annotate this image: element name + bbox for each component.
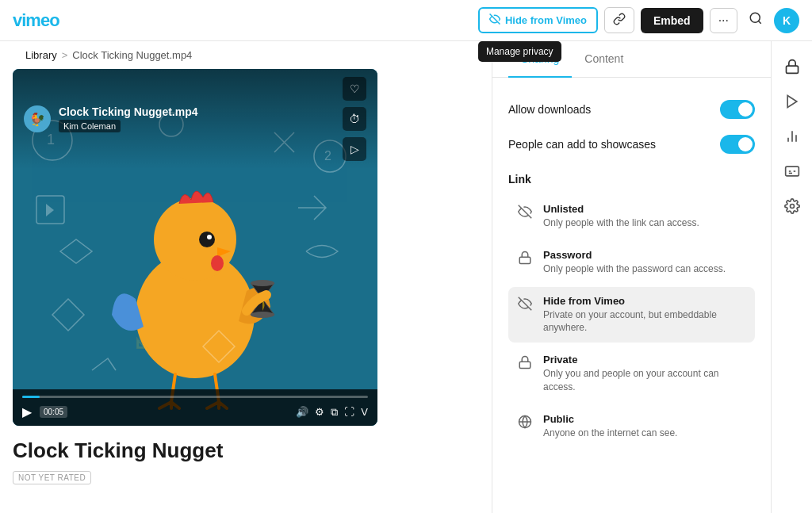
public-text: Public Anyone on the internet can see. xyxy=(543,413,677,440)
main-layout: Library > Clock Ticking Nugget.mp4 1 2 xyxy=(0,41,812,513)
private-icon xyxy=(518,355,534,373)
add-showcases-toggle[interactable] xyxy=(720,135,755,154)
link-option-private[interactable]: Private Only you and people on your acco… xyxy=(508,346,755,402)
manage-privacy-tooltip: Manage privacy xyxy=(478,41,561,62)
add-showcases-row: People can add to showcases xyxy=(508,128,755,160)
progress-bar-bg[interactable] xyxy=(22,396,368,398)
allow-downloads-toggle[interactable] xyxy=(720,100,755,119)
breadcrumb: Library > Clock Ticking Nugget.mp4 xyxy=(13,41,479,69)
video-avatar: 🐓 xyxy=(24,105,51,132)
more-button[interactable]: ··· xyxy=(710,8,737,33)
allow-downloads-label: Allow downloads xyxy=(508,103,591,116)
unlisted-icon xyxy=(518,205,534,222)
svg-marker-8 xyxy=(46,204,54,216)
svg-line-2 xyxy=(758,21,760,23)
search-button[interactable] xyxy=(744,6,768,34)
favorite-button[interactable]: ♡ xyxy=(343,77,366,101)
password-icon xyxy=(518,251,534,268)
left-content: Library > Clock Ticking Nugget.mp4 1 2 xyxy=(0,41,492,513)
allow-downloads-row: Allow downloads xyxy=(508,94,755,125)
play-button[interactable]: ▶ xyxy=(22,404,32,419)
breadcrumb-current: Clock Ticking Nugget.mp4 xyxy=(72,49,192,61)
video-user-name: Kim Coleman xyxy=(59,120,121,132)
top-nav: vimeo Hide from Vimeo Manage privacy Emb… xyxy=(0,0,812,41)
hide-from-vimeo-button[interactable]: Hide from Vimeo xyxy=(478,7,598,33)
svg-rect-21 xyxy=(519,362,530,368)
right-panel: Sharing Content Allow downloads People c… xyxy=(492,41,771,513)
breadcrumb-separator: > xyxy=(62,49,68,61)
embed-button[interactable]: Embed xyxy=(641,8,703,33)
video-player: 1 2 📐 xyxy=(13,69,377,426)
public-icon xyxy=(518,415,534,432)
video-sidebar-icon[interactable] xyxy=(776,86,808,117)
unlisted-text: Unlisted Only people with the link can a… xyxy=(543,203,699,230)
svg-marker-25 xyxy=(787,96,797,108)
hide-vimeo-icon xyxy=(518,297,534,314)
rating-badge: NOT YET RATED xyxy=(13,471,91,484)
hide-vimeo-text: Hide from Vimeo Private on your account,… xyxy=(543,295,745,335)
panel-content: Allow downloads People can add to showca… xyxy=(492,78,771,513)
link-section-title: Link xyxy=(508,173,755,186)
time-badge: 00:05 xyxy=(40,406,67,418)
privacy-sidebar-icon[interactable] xyxy=(776,51,808,82)
svg-rect-29 xyxy=(785,167,799,176)
video-top-icons: ♡ ⏱ ▷ xyxy=(343,77,366,161)
video-controls: ▶ 00:05 🔊 ⚙ ⧉ ⛶ V xyxy=(13,389,377,426)
volume-button[interactable]: 🔊 xyxy=(296,406,308,418)
analytics-sidebar-icon[interactable] xyxy=(776,121,808,152)
link-option-public[interactable]: Public Anyone on the internet can see. xyxy=(508,405,755,448)
controls-right: 🔊 ⚙ ⧉ ⛶ V xyxy=(296,406,368,419)
nav-actions: Hide from Vimeo Manage privacy Embed ···… xyxy=(478,6,799,34)
svg-text:📐: 📐 xyxy=(136,336,150,350)
settings-button[interactable]: ⚙ xyxy=(315,406,324,418)
link-option-password[interactable]: Password Only people with the password c… xyxy=(508,241,755,284)
watchlater-button[interactable]: ⏱ xyxy=(343,107,366,131)
tab-content[interactable]: Content xyxy=(572,41,636,78)
video-main-title: Clock Ticking Nugget xyxy=(13,438,479,463)
progress-bar-fill xyxy=(22,396,40,398)
share-button[interactable]: ▷ xyxy=(343,137,366,161)
nav-left: vimeo xyxy=(13,10,59,31)
link-button[interactable] xyxy=(604,7,634,33)
vimeo-logo: vimeo xyxy=(13,10,59,31)
right-sidebar xyxy=(771,41,812,513)
eye-slash-icon xyxy=(489,13,500,27)
link-option-unlisted[interactable]: Unlisted Only people with the link can a… xyxy=(508,195,755,238)
settings-sidebar-icon[interactable] xyxy=(776,190,808,222)
svg-rect-19 xyxy=(519,257,530,263)
fullscreen-button[interactable]: ⛶ xyxy=(344,406,354,418)
video-top-bar: 🐓 Clock Ticking Nugget.mp4 Kim Coleman ♡… xyxy=(13,69,377,169)
breadcrumb-library[interactable]: Library xyxy=(25,49,57,61)
vimeo-watermark[interactable]: V xyxy=(361,406,368,418)
video-title-area: 🐓 Clock Ticking Nugget.mp4 Kim Coleman xyxy=(24,105,198,132)
avatar[interactable]: K xyxy=(774,8,799,33)
svg-point-33 xyxy=(790,205,794,209)
add-showcases-label: People can add to showcases xyxy=(508,138,656,151)
svg-point-1 xyxy=(750,13,760,22)
video-title-info: Clock Ticking Nugget.mp4 Kim Coleman xyxy=(59,105,198,132)
controls-row: ▶ 00:05 🔊 ⚙ ⧉ ⛶ V xyxy=(22,404,368,419)
video-title-text: Clock Ticking Nugget.mp4 xyxy=(59,105,198,118)
link-option-hide-from-vimeo[interactable]: Hide from Vimeo Private on your account,… xyxy=(508,287,755,343)
pip-button[interactable]: ⧉ xyxy=(331,406,338,419)
private-text: Private Only you and people on your acco… xyxy=(543,354,745,394)
captions-sidebar-icon[interactable] xyxy=(776,155,808,187)
password-text: Password Only people with the password c… xyxy=(543,249,726,276)
svg-rect-24 xyxy=(786,66,798,73)
